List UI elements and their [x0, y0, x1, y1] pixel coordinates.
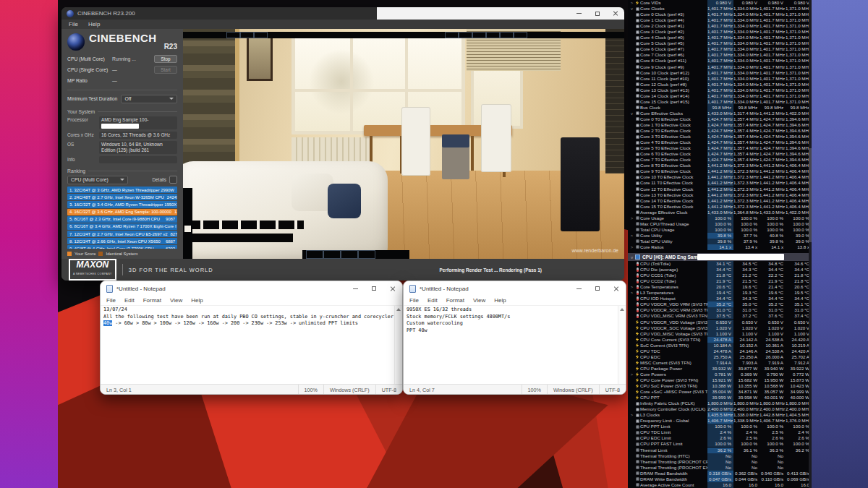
- expand-icon[interactable]: >: [629, 372, 634, 377]
- sensor-row[interactable]: >L3 Clocks1,435.5 MHz1,338.0 MHz1,442.8 …: [628, 412, 812, 418]
- details-toggle-button[interactable]: [169, 176, 177, 184]
- sensor-row[interactable]: Core 10 Clock (perf #12)1,401.7 MHz1,334…: [628, 70, 812, 76]
- notepad2-editor[interactable]: 9950X ES 16/32 threadsStock memory/FCLK …: [404, 305, 626, 384]
- scrollbar-thumb[interactable]: [809, 148, 812, 242]
- sensor-row[interactable]: Core 13 T0 Effective Clock1,441.2 MHz1,3…: [628, 192, 812, 198]
- menu-item-view[interactable]: View: [473, 297, 485, 304]
- menu-item-file[interactable]: File: [409, 297, 419, 304]
- sensor-row[interactable]: Thermal Limit36.2 %36.1 %36.3 %36.2 %: [628, 448, 812, 453]
- sensor-row[interactable]: Core 2 Clock (perf #1)1,401.7 MHz1,334.0…: [628, 23, 812, 29]
- sensor-row[interactable]: CPU SoC Power (SVI3 TFN)10.388 W10.355 W…: [628, 383, 812, 389]
- sensor-row[interactable]: CPU PPT Limit100.0 %100.0 %100.0 %100.0 …: [628, 424, 812, 429]
- sensor-row[interactable]: Core 10 T0 Effective Clock1,441.2 MHz1,3…: [628, 174, 812, 180]
- scrollbar[interactable]: [809, 0, 812, 488]
- sensor-row[interactable]: vCore Clocks1,401.7 MHz1,334.0 MHz1,401.…: [628, 6, 812, 12]
- collapse-icon[interactable]: v: [629, 254, 634, 260]
- menu-item-edit[interactable]: Edit: [427, 297, 438, 304]
- sensor-row[interactable]: Core 14 Clock (perf #14)1,401.7 MHz1,334…: [628, 93, 812, 99]
- sensor-row[interactable]: CPU Core Power (SVI3 TFN)15.921 W15.682 …: [628, 377, 812, 383]
- ranking-row[interactable]: 3. 16C/32T @ 3.4 GHz, AMD Ryzen Threadri…: [67, 201, 177, 207]
- sensor-row[interactable]: Memory Controller Clock (UCLK)2,400.0 MH…: [628, 406, 812, 412]
- sensor-row[interactable]: CPU PPT FAST Limit100.0 %100.0 %100.0 %1…: [628, 441, 812, 447]
- menu-item-format[interactable]: Format: [446, 297, 464, 304]
- sensor-row[interactable]: Core +SoC +MISC Power (SVI3 TFN)35.004 W…: [628, 389, 812, 395]
- collapse-icon[interactable]: v: [629, 111, 634, 116]
- sensor-row[interactable]: CPU VDDCR_VDD Voltage (SVI3 ...0.650 V0.…: [628, 319, 812, 325]
- sensor-row[interactable]: CPU Die (average)34.4 °C34.3 °C34.4 °C34…: [628, 267, 812, 273]
- ranking-row[interactable]: 6. 8C/16T @ 3.4 GHz, AMD Ryzen 7 1700X E…: [67, 223, 177, 230]
- sensor-row[interactable]: Core 4 Clock (perf #0)1,401.7 MHz1,334.0…: [628, 35, 812, 40]
- sensor-row[interactable]: Core 9 Clock (perf #9)1,401.7 MHz1,334.0…: [628, 64, 812, 70]
- sensor-row[interactable]: >Core Utility39.8 %37.7 %40.8 %39.0 %: [628, 233, 812, 239]
- sensor-row[interactable]: Core 12 Clock (perf #8)1,401.7 MHz1,334.…: [628, 82, 812, 87]
- sensor-row[interactable]: Total CPU Usage100.0 %100.0 %100.0 %100.…: [628, 227, 812, 233]
- sensor-row[interactable]: Core 1 T0 Effective Clock1,424.7 MHz1,35…: [628, 122, 812, 128]
- notepad2-titlebar[interactable]: *Untitled - Notepad: [404, 281, 626, 296]
- sensor-row[interactable]: Core 7 T0 Effective Clock1,424.7 MHz1,35…: [628, 157, 812, 163]
- expand-icon[interactable]: >: [629, 284, 634, 290]
- sensor-row[interactable]: Average Effective Clock1,433.0 MHz1,364.…: [628, 210, 812, 215]
- close-button[interactable]: [383, 281, 402, 296]
- sensor-row[interactable]: CPU IOD Hotspot34.4 °C34.3 °C34.4 °C34.4…: [628, 296, 812, 301]
- expand-icon[interactable]: >: [629, 290, 634, 296]
- ranking-row[interactable]: 1. 32C/64T @ 3 GHz, AMD Ryzen Threadripp…: [67, 187, 177, 193]
- sensor-row[interactable]: Core 15 Clock (perf #15)1,401.7 MHz1,334…: [628, 99, 812, 105]
- sensor-row[interactable]: CPU VDDCR_VDD VRM (SVI3 TFN)35.2 °C35.0 …: [628, 301, 812, 307]
- maximize-button[interactable]: [588, 7, 606, 20]
- ranking-row[interactable]: 5. 8C/16T @ 2.3 GHz, Intel Core i9-9880H…: [67, 216, 177, 223]
- sensor-row[interactable]: Core 15 T0 Effective Clock1,441.2 MHz1,3…: [628, 204, 812, 210]
- sensor-row[interactable]: Core 5 Clock (perf #5)1,401.7 MHz1,334.0…: [628, 40, 812, 46]
- sensor-row[interactable]: Core 2 T0 Effective Clock1,424.7 MHz1,35…: [628, 128, 812, 134]
- duration-select[interactable]: Off: [121, 95, 177, 103]
- close-button[interactable]: [607, 281, 626, 296]
- close-button[interactable]: [606, 7, 624, 20]
- sensor-row[interactable]: CPU (Tctl/Tdie)34.1 °C34.5 °C34.8 °C34.6…: [628, 261, 812, 267]
- sensor-row[interactable]: Core 3 T0 Effective Clock1,424.7 MHz1,35…: [628, 134, 812, 140]
- ranking-filter-select[interactable]: CPU (Multi Core): [67, 176, 128, 184]
- sensor-row[interactable]: Thermal Throttling (HTC)NoNoNo: [628, 453, 812, 459]
- sensor-row[interactable]: >Core VIDs0.980 V0.980 V0.980 V0.980 V: [628, 0, 812, 6]
- notepad1-titlebar[interactable]: *Untitled - Notepad: [101, 281, 402, 296]
- sensor-row[interactable]: CPU VDDCR_SOC VRM (SVI3 TFN)31.0 °C31.0 …: [628, 307, 812, 313]
- sensor-row[interactable]: Core 1 Clock (perf #4)1,401.7 MHz1,334.0…: [628, 17, 812, 23]
- sensor-group-header[interactable]: vCPU [#0]: AMD Eng Sample:: [628, 253, 812, 261]
- sensor-row[interactable]: Max CPU/Thread Usage100.0 %100.0 %100.0 …: [628, 221, 812, 227]
- sensor-row[interactable]: Core 12 T0 Effective Clock1,441.2 MHz1,3…: [628, 187, 812, 192]
- sensor-row[interactable]: >L3 Temperatures19.4 °C19.3 °C19.6 °C19.…: [628, 290, 812, 296]
- sensor-row[interactable]: Thermal Throttling (PROCHOT CPU)NoNoNo: [628, 459, 812, 465]
- sensor-row[interactable]: CPU PPT39.999 W39.998 W40.001 W40.000 W: [628, 395, 812, 401]
- cinebench-titlebar[interactable]: CINEBENCH R23.200: [61, 7, 624, 20]
- sensor-row[interactable]: CPU Package Power39.932 W39.877 W39.940 …: [628, 366, 812, 372]
- sensor-row[interactable]: Core 8 T0 Effective Clock1,441.2 MHz1,37…: [628, 163, 812, 168]
- sensor-row[interactable]: DRAM Read Bandwidth0.318 GB/s0.362 GB/s0…: [628, 471, 812, 476]
- minimize-button[interactable]: [570, 7, 588, 20]
- sensor-row[interactable]: CPU CCD1 (Tdie)21.8 °C21.2 °C22.2 °C21.8…: [628, 273, 812, 278]
- maximize-button[interactable]: [588, 281, 607, 296]
- minimize-button[interactable]: [569, 281, 588, 296]
- sensor-row[interactable]: Core 3 Clock (perf #2)1,401.7 MHz1,334.0…: [628, 29, 812, 35]
- menu-item-help[interactable]: Help: [88, 21, 100, 27]
- sensor-row[interactable]: Bus Clock99.8 MHz99.8 MHz99.8 MHz99.8 MH…: [628, 105, 812, 111]
- sensor-row[interactable]: Total CPU Utility39.8 %37.9 %39.8 %39.0 …: [628, 239, 812, 244]
- sensor-row[interactable]: CPU VDD_MISC Voltage (SVI3 TFN)1.100 V1.…: [628, 331, 812, 337]
- sensor-row[interactable]: Thermal Throttling (PROCHOT EXT)NoNoNo: [628, 465, 812, 471]
- sensor-row[interactable]: MISC Current (SVI3 TFN)7.914 A7.903 A7.9…: [628, 360, 812, 366]
- sensor-row[interactable]: Core 0 T0 Effective Clock1,424.7 MHz1,35…: [628, 116, 812, 122]
- collapse-icon[interactable]: v: [629, 6, 634, 12]
- sensor-row[interactable]: >Core Powers0.781 W0.369 W0.790 W0.772 W: [628, 372, 812, 377]
- details-label[interactable]: Details: [152, 177, 166, 182]
- sensor-row[interactable]: Average Active Core Count16.016.016.016.…: [628, 482, 812, 488]
- ranking-row-own-score[interactable]: 4. 16C/32T @ 3.6 GHz, AMD Eng Sample: 10…: [67, 209, 177, 215]
- sensor-row[interactable]: Core 14 T0 Effective Clock1,441.2 MHz1,3…: [628, 198, 812, 204]
- sensor-row[interactable]: >Core Ratios14.1 x13.4 x14.1 x13.8 x: [628, 244, 812, 250]
- sensor-row[interactable]: DRAM Write Bandwidth0.047 GB/s0.044 GB/s…: [628, 476, 812, 482]
- menu-item-file[interactable]: File: [106, 297, 116, 304]
- ranking-row[interactable]: 2. 24C/48T @ 2.7 GHz, Intel Xeon W-3265M…: [67, 194, 177, 200]
- sensor-row[interactable]: vCore Effective Clocks1,433.0 MHz1,317.4…: [628, 111, 812, 116]
- sensor-row[interactable]: Core 6 Clock (perf #7)1,401.7 MHz1,334.0…: [628, 46, 812, 52]
- sensor-row[interactable]: Core 11 Clock (perf #10)1,401.7 MHz1,334…: [628, 76, 812, 82]
- scrollbar[interactable]: [394, 306, 402, 384]
- sensor-row[interactable]: Core 11 T0 Effective Clock1,441.2 MHz1,3…: [628, 180, 812, 186]
- sensor-row[interactable]: CPU VDDCR_SOC Voltage (SVI3 ...1.020 V1.…: [628, 325, 812, 331]
- sensor-row[interactable]: CPU EDC Limit2.6 %2.5 %2.6 %2.6 %: [628, 435, 812, 441]
